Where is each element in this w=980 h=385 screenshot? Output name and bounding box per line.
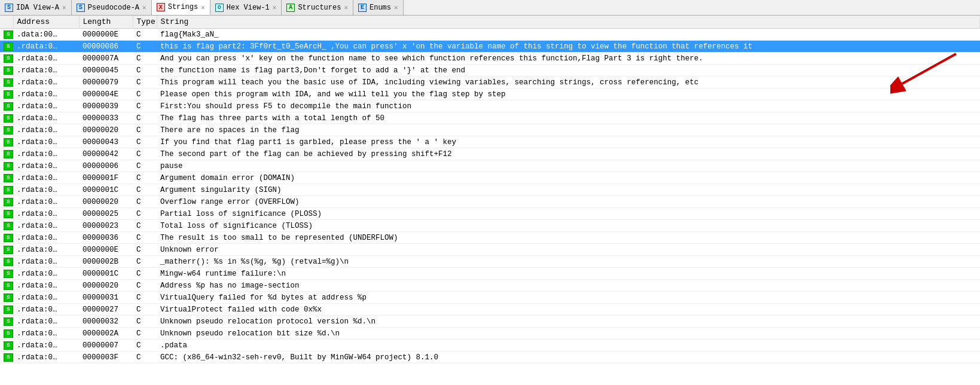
table-row[interactable]: S.rdata:0…00000006Cpause bbox=[0, 160, 980, 172]
row-string: Unknown pseudo relocation protocol versi… bbox=[157, 316, 980, 328]
row-address: .rdata:0… bbox=[13, 160, 79, 172]
table-row[interactable]: S.rdata:0…0000004ECPlease open this prog… bbox=[0, 88, 980, 100]
row-string: pause bbox=[157, 160, 980, 172]
row-string: Partial loss of significance (PLOSS) bbox=[157, 208, 980, 220]
tab-ida-view-a[interactable]: SIDA View-A✕ bbox=[0, 0, 72, 15]
table-row[interactable]: S.rdata:0…0000001CCArgument singularity … bbox=[0, 184, 980, 196]
row-address: .rdata:0… bbox=[13, 292, 79, 304]
table-row[interactable]: S.rdata:0…0000007ACAnd you can press 'x'… bbox=[0, 53, 980, 65]
col-header-type: Type bbox=[133, 16, 157, 29]
tab-close-strings[interactable]: ✕ bbox=[201, 4, 205, 11]
row-address: .rdata:0… bbox=[13, 220, 79, 232]
row-string: .pdata bbox=[157, 340, 980, 352]
row-icon: S bbox=[0, 172, 13, 184]
tab-close-pseudocode-a[interactable]: ✕ bbox=[142, 4, 146, 11]
row-icon: S bbox=[0, 41, 13, 53]
table-row[interactable]: S.rdata:0…00000020CThere are no spaces i… bbox=[0, 124, 980, 136]
row-type: C bbox=[133, 292, 157, 304]
row-type: C bbox=[133, 196, 157, 208]
tab-label-enums: Enums bbox=[370, 4, 391, 12]
tab-hex-view-1[interactable]: oHex View-1✕ bbox=[210, 0, 282, 15]
strings-table-wrapper[interactable]: Address Length Type String S.data:00…000… bbox=[0, 16, 980, 385]
table-row[interactable]: S.rdata:0…00000039CFirst:You should pres… bbox=[0, 100, 980, 112]
row-length: 00000006 bbox=[79, 160, 133, 172]
row-length: 00000043 bbox=[79, 136, 133, 148]
tab-icon-ida-view-a: S bbox=[5, 4, 13, 12]
row-icon: S bbox=[0, 316, 13, 328]
row-icon: S bbox=[0, 268, 13, 280]
table-row[interactable]: S.rdata:0…00000033CThe flag has three pa… bbox=[0, 112, 980, 124]
row-type: C bbox=[133, 268, 157, 280]
table-row[interactable]: S.rdata:0…0000001CCMingw-w64 runtime fai… bbox=[0, 268, 980, 280]
tab-pseudocode-a[interactable]: SPseudocode-A✕ bbox=[72, 0, 152, 15]
row-icon: S bbox=[0, 280, 13, 292]
row-address: .rdata:0… bbox=[13, 41, 79, 53]
row-length: 00000045 bbox=[79, 65, 133, 77]
row-icon: S bbox=[0, 160, 13, 172]
row-length: 0000001F bbox=[79, 172, 133, 184]
row-address: .rdata:0… bbox=[13, 280, 79, 292]
row-type: C bbox=[133, 208, 157, 220]
row-address: .rdata:0… bbox=[13, 172, 79, 184]
table-row[interactable]: S.rdata:0…00000023CTotal loss of signifi… bbox=[0, 220, 980, 232]
tab-strings[interactable]: XStrings✕ bbox=[152, 0, 210, 15]
row-string: _matherr(): %s in %s(%g, %g) (retval=%g)… bbox=[157, 256, 980, 268]
row-type: C bbox=[133, 244, 157, 256]
table-row[interactable]: S.rdata:0…00000020CAddress %p has no ima… bbox=[0, 280, 980, 292]
row-length: 00000020 bbox=[79, 124, 133, 136]
row-string: VirtualQuery failed for %d bytes at addr… bbox=[157, 292, 980, 304]
table-row[interactable]: S.rdata:0…0000002BC_matherr(): %s in %s(… bbox=[0, 256, 980, 268]
table-row[interactable]: S.data:00…0000000ECflag{Mak3_aN_ bbox=[0, 29, 980, 41]
table-row[interactable]: S.rdata:0…00000007C.pdata bbox=[0, 340, 980, 352]
row-address: .rdata:0… bbox=[13, 148, 79, 160]
row-string: flag{Mak3_aN_ bbox=[157, 29, 980, 41]
row-string: The result is too small to be represente… bbox=[157, 232, 980, 244]
row-icon: S bbox=[0, 340, 13, 352]
table-row[interactable]: S.rdata:0…00000025CPartial loss of signi… bbox=[0, 208, 980, 220]
tab-structures[interactable]: AStructures✕ bbox=[282, 0, 353, 15]
table-row[interactable]: S.rdata:0…0000003FCGCC: (x86_64-win32-se… bbox=[0, 352, 980, 363]
table-row[interactable]: S.rdata:0…00000079CThis program will tea… bbox=[0, 77, 980, 88]
row-type: C bbox=[133, 136, 157, 148]
table-row[interactable]: S.rdata:0…00000036CThe result is too sma… bbox=[0, 232, 980, 244]
table-row[interactable]: S.rdata:0…00000032C Unknown pseudo reloc… bbox=[0, 316, 980, 328]
tab-close-hex-view-1[interactable]: ✕ bbox=[273, 4, 277, 11]
table-row[interactable]: S.rdata:0…00000042CThe second part of th… bbox=[0, 148, 980, 160]
row-type: C bbox=[133, 280, 157, 292]
table-row[interactable]: S.rdata:0…0000000ECUnknown error bbox=[0, 244, 980, 256]
table-row[interactable]: S.rdata:0…00000086Cthis is flag part2: 3… bbox=[0, 41, 980, 53]
table-row[interactable]: S.rdata:0…00000043CIf you find that flag… bbox=[0, 136, 980, 148]
table-row[interactable]: S.rdata:0…00000027C VirtualProtect faile… bbox=[0, 304, 980, 316]
row-string: Overflow range error (OVERFLOW) bbox=[157, 196, 980, 208]
tab-close-structures[interactable]: ✕ bbox=[344, 4, 348, 11]
row-icon: S bbox=[0, 88, 13, 100]
table-row[interactable]: S.rdata:0…00000045Cthe function name is … bbox=[0, 65, 980, 77]
table-row[interactable]: S.rdata:0…00000020COverflow range error … bbox=[0, 196, 980, 208]
row-icon: S bbox=[0, 77, 13, 88]
tab-close-enums[interactable]: ✕ bbox=[394, 4, 398, 11]
row-icon: S bbox=[0, 29, 13, 41]
row-string: And you can press 'x' key on the functio… bbox=[157, 53, 980, 65]
row-address: .rdata:0… bbox=[13, 112, 79, 124]
row-string: this is flag part2: 3Ff0rt_t0_5eArcH_ ,Y… bbox=[157, 41, 980, 53]
row-type: C bbox=[133, 77, 157, 88]
row-length: 00000042 bbox=[79, 148, 133, 160]
row-string: First:You should press F5 to decompile t… bbox=[157, 100, 980, 112]
row-type: C bbox=[133, 112, 157, 124]
row-type: C bbox=[133, 53, 157, 65]
tab-label-hex-view-1: Hex View-1 bbox=[227, 4, 270, 12]
tab-enums[interactable]: EEnums✕ bbox=[353, 0, 404, 15]
row-address: .rdata:0… bbox=[13, 100, 79, 112]
row-icon: S bbox=[0, 196, 13, 208]
row-length: 00000023 bbox=[79, 220, 133, 232]
table-row[interactable]: S.rdata:0…00000031C VirtualQuery failed … bbox=[0, 292, 980, 304]
row-address: .rdata:0… bbox=[13, 256, 79, 268]
table-row[interactable]: S.rdata:0…0000002AC Unknown pseudo reloc… bbox=[0, 328, 980, 340]
tab-close-ida-view-a[interactable]: ✕ bbox=[62, 4, 66, 11]
row-icon: S bbox=[0, 100, 13, 112]
row-icon: S bbox=[0, 292, 13, 304]
row-address: .rdata:0… bbox=[13, 88, 79, 100]
tab-icon-strings: X bbox=[157, 3, 165, 11]
table-row[interactable]: S.rdata:0…0000001FCArgument domain error… bbox=[0, 172, 980, 184]
row-type: C bbox=[133, 304, 157, 316]
